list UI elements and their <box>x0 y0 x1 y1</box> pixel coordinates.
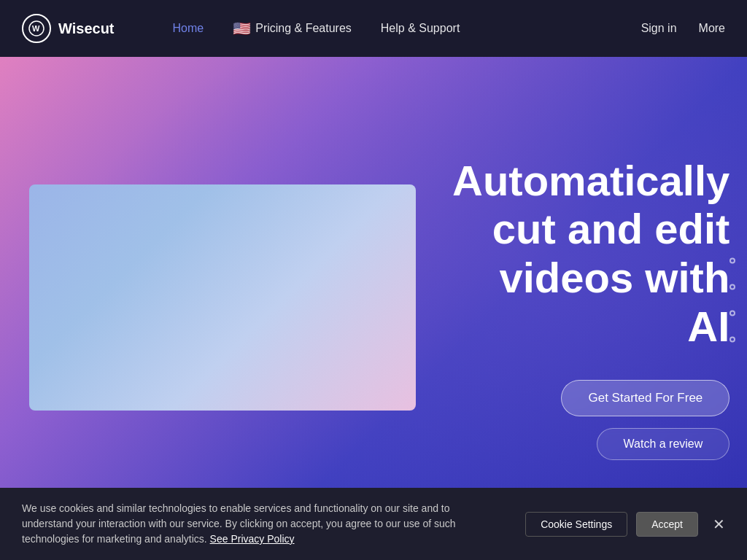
cookie-text: We use cookies and similar technologies … <box>22 501 503 547</box>
nav-link-more[interactable]: More <box>699 22 725 35</box>
accept-cookies-button[interactable]: Accept <box>636 512 698 537</box>
cookie-buttons: Cookie Settings Accept ✕ <box>525 512 725 537</box>
nav-link-home[interactable]: Home <box>173 22 204 34</box>
hero-content: Automatically cut and edit videos with A… <box>416 157 729 461</box>
nav-flag-pricing: 🇺🇸 Pricing & Features <box>233 20 352 37</box>
cookie-banner: We use cookies and similar technologies … <box>0 488 747 560</box>
dot-4 <box>729 336 735 342</box>
nav-item-pricing[interactable]: 🇺🇸 Pricing & Features <box>233 20 352 37</box>
nav-link-signin[interactable]: Sign in <box>641 22 677 35</box>
hero-title: Automatically cut and edit videos with A… <box>452 157 729 351</box>
nav-link-pricing[interactable]: Pricing & Features <box>255 22 352 35</box>
get-started-button[interactable]: Get Started For Free <box>561 380 729 416</box>
dot-2 <box>729 284 735 289</box>
logo-text: Wisecut <box>58 20 115 37</box>
hero-section: Automatically cut and edit videos with A… <box>0 57 747 560</box>
decorative-dots <box>729 257 735 342</box>
close-icon: ✕ <box>713 516 725 532</box>
logo-icon: W <box>22 14 51 43</box>
nav-link-help[interactable]: Help & Support <box>381 22 460 34</box>
hero-title-line2: cut and edit <box>492 205 729 252</box>
dot-1 <box>729 257 735 263</box>
privacy-policy-link[interactable]: See Privacy Policy <box>210 533 295 545</box>
cookie-settings-button[interactable]: Cookie Settings <box>525 512 627 537</box>
dot-3 <box>729 310 735 316</box>
nav-item-help[interactable]: Help & Support <box>381 22 460 35</box>
navbar-links: Home 🇺🇸 Pricing & Features Help & Suppor… <box>173 20 460 37</box>
navbar-right: Sign in More <box>641 22 725 35</box>
navbar: W Wisecut Home 🇺🇸 Pricing & Features Hel… <box>0 0 747 57</box>
logo-link[interactable]: W Wisecut <box>22 14 115 43</box>
nav-item-home[interactable]: Home <box>173 22 204 35</box>
hero-title-line3: videos with AI <box>500 254 730 350</box>
svg-text:W: W <box>32 24 40 33</box>
close-cookie-banner-button[interactable]: ✕ <box>713 516 725 533</box>
flag-icon: 🇺🇸 <box>233 20 251 37</box>
hero-buttons: Get Started For Free Watch a review <box>452 380 729 460</box>
watch-review-button[interactable]: Watch a review <box>597 428 730 460</box>
hero-video[interactable] <box>29 184 416 411</box>
wisecut-logo-svg: W <box>28 20 44 36</box>
hero-title-line1: Automatically <box>452 157 729 204</box>
